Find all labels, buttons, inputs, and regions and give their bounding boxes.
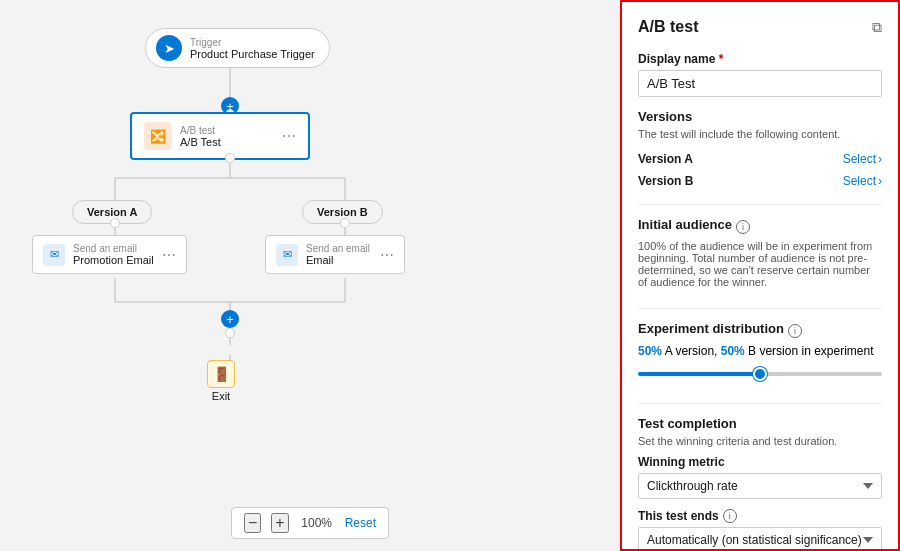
dist-a-value: 50% — [638, 344, 662, 358]
test-completion-desc: Set the winning criteria and test durati… — [638, 435, 882, 447]
ab-node-menu[interactable]: ⋯ — [282, 128, 296, 144]
trigger-label: Trigger — [190, 37, 315, 48]
email-a-menu[interactable]: ⋯ — [162, 247, 176, 263]
panel-expand-icon[interactable]: ⧉ — [872, 19, 882, 36]
email-a-node[interactable]: ✉ Send an email Promotion Email ⋯ — [32, 235, 187, 274]
divider-1 — [638, 204, 882, 205]
email-a-icon: ✉ — [43, 244, 65, 266]
email-b-node[interactable]: ✉ Send an email Email ⋯ — [265, 235, 405, 274]
trigger-node[interactable]: ➤ Trigger Product Purchase Trigger — [145, 28, 330, 68]
test-ends-label: This test ends — [638, 509, 719, 523]
ab-test-icon: 🔀 — [144, 122, 172, 150]
panel-header: A/B test ⧉ — [638, 18, 882, 36]
version-b-label: Version B — [638, 174, 693, 188]
exit-label: Exit — [207, 390, 235, 402]
version-a-label: Version A — [638, 152, 693, 166]
display-name-input[interactable] — [638, 70, 882, 97]
test-ends-select[interactable]: Automatically (on statistical significan… — [638, 527, 882, 551]
ab-test-panel: A/B test ⧉ Display name Versions The tes… — [620, 0, 900, 551]
winning-metric-label: Winning metric — [638, 455, 882, 469]
connector-circle-merge — [225, 328, 235, 338]
initial-audience-title: Initial audience — [638, 217, 732, 232]
versions-title: Versions — [638, 109, 882, 124]
version-b-select[interactable]: Select › — [843, 174, 882, 188]
trigger-name: Product Purchase Trigger — [190, 48, 315, 60]
connector-circle-b — [340, 218, 350, 228]
experiment-dist-row: Experiment distribution i — [638, 321, 882, 340]
trigger-icon: ➤ — [156, 35, 182, 61]
email-b-icon: ✉ — [276, 244, 298, 266]
initial-audience-desc: 100% of the audience will be in experime… — [638, 240, 882, 288]
ab-name: A/B Test — [180, 136, 221, 148]
canvas-area: ➤ Trigger Product Purchase Trigger + 🔀 A… — [0, 0, 620, 551]
initial-audience-info-icon[interactable]: i — [736, 220, 750, 234]
reset-button[interactable]: Reset — [345, 516, 376, 530]
distribution-text: 50% A version, 50% B version in experime… — [638, 344, 882, 358]
dist-b-value: 50% — [721, 344, 745, 358]
distribution-slider-container — [638, 364, 882, 379]
divider-3 — [638, 403, 882, 404]
email-b-menu[interactable]: ⋯ — [380, 247, 394, 263]
version-b-row: Version B Select › — [638, 170, 882, 192]
test-ends-info-icon[interactable]: i — [723, 509, 737, 523]
distribution-slider[interactable] — [638, 372, 882, 376]
connector-circle-2 — [225, 153, 235, 163]
email-b-sublabel: Send an email — [306, 243, 370, 254]
experiment-dist-title: Experiment distribution — [638, 321, 784, 336]
email-a-name: Promotion Email — [73, 254, 154, 266]
test-ends-row: This test ends i — [638, 509, 882, 523]
versions-desc: The test will include the following cont… — [638, 128, 882, 140]
ab-test-node[interactable]: 🔀 A/B test A/B Test ⋯ — [130, 112, 310, 160]
experiment-dist-info-icon[interactable]: i — [788, 324, 802, 338]
connector-circle-a — [110, 218, 120, 228]
test-completion-title: Test completion — [638, 416, 882, 431]
initial-audience-row: Initial audience i — [638, 217, 882, 236]
canvas-connectors — [0, 0, 620, 551]
panel-title: A/B test — [638, 18, 698, 36]
display-name-label: Display name — [638, 52, 882, 66]
zoom-level: 100% — [299, 516, 335, 530]
winning-metric-select[interactable]: Clickthrough rate Open rate Conversion r… — [638, 473, 882, 499]
version-a-row: Version A Select › — [638, 148, 882, 170]
exit-node: 🚪 Exit — [207, 360, 235, 402]
add-node-button-2[interactable]: + — [221, 310, 239, 328]
zoom-out-button[interactable]: − — [244, 513, 261, 533]
ab-sublabel: A/B test — [180, 125, 221, 136]
email-a-sublabel: Send an email — [73, 243, 154, 254]
zoom-toolbar: − + 100% Reset — [231, 507, 389, 539]
zoom-in-button[interactable]: + — [271, 513, 288, 533]
version-a-select[interactable]: Select › — [843, 152, 882, 166]
exit-icon: 🚪 — [207, 360, 235, 388]
divider-2 — [638, 308, 882, 309]
email-b-name: Email — [306, 254, 370, 266]
